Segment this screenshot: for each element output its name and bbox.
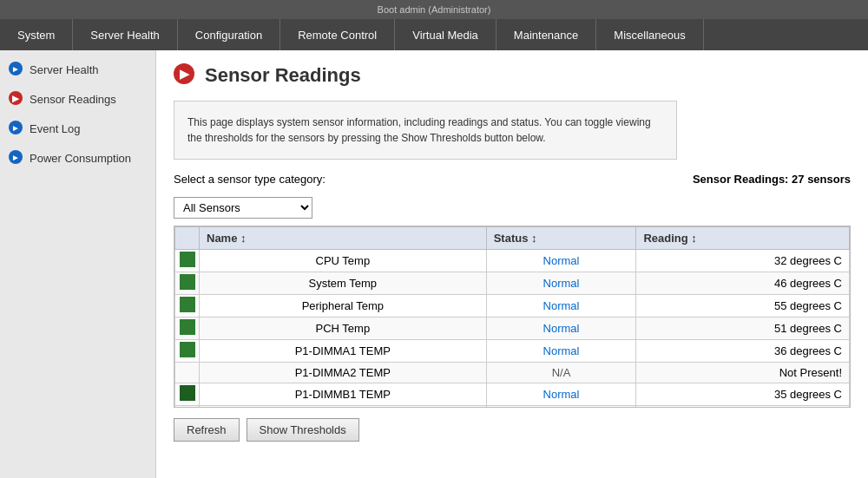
green-indicator — [180, 319, 195, 335]
page-title-icon: ▶ — [174, 63, 198, 88]
sidebar-label-event-log: Event Log — [30, 122, 81, 135]
category-label: Select a sensor type category: — [174, 173, 326, 186]
refresh-button[interactable]: Refresh — [174, 418, 240, 442]
sensor-reading: Not Present! — [636, 406, 850, 409]
sensor-table-wrapper: Name ↕ Status ↕ Reading ↕ CPU TempNormal… — [174, 226, 851, 408]
main-layout: ► Server Health ▶ Sensor Readings ► Even… — [0, 50, 868, 478]
sensor-reading: 55 degrees C — [636, 295, 850, 318]
table-row: P1-DIMMA2 TEMPN/ANot Present! — [175, 363, 850, 383]
indicator-cell — [175, 250, 200, 272]
category-row: Select a sensor type category: Sensor Re… — [174, 173, 851, 186]
col-indicator — [175, 227, 200, 250]
content-area: ▶ Sensor Readings This page displays sys… — [156, 50, 868, 478]
sensor-status: Normal — [486, 383, 636, 406]
green-indicator — [180, 342, 195, 357]
sensor-name: System Temp — [200, 272, 487, 295]
sensor-name: P1-DIMMB2 TEMP — [200, 406, 487, 409]
sensor-reading: 35 degrees C — [636, 383, 850, 406]
event-log-icon: ► — [9, 121, 24, 136]
sidebar-item-server-health[interactable]: ► Server Health — [0, 55, 155, 84]
nav-virtual-media[interactable]: Virtual Media — [395, 19, 496, 50]
green-indicator — [180, 252, 195, 267]
nav-configuration[interactable]: Configuration — [178, 19, 280, 50]
green-indicator — [180, 274, 195, 290]
sidebar-item-power-consumption[interactable]: ► Power Consumption — [0, 143, 155, 173]
sidebar-item-event-log[interactable]: ► Event Log — [0, 114, 155, 143]
sensor-reading: 36 degrees C — [636, 340, 850, 363]
table-row: CPU TempNormal32 degrees C — [175, 250, 850, 272]
nav-miscellaneous[interactable]: Miscellaneous — [596, 19, 703, 50]
sensor-reading: 51 degrees C — [636, 318, 850, 340]
sensor-reading: Not Present! — [636, 363, 850, 383]
indicator-cell — [175, 406, 200, 409]
indicator-cell — [175, 272, 200, 295]
green-indicator — [180, 297, 195, 312]
sidebar-label-power-consumption: Power Consumption — [30, 152, 131, 165]
page-title: Sensor Readings — [205, 64, 361, 87]
sensor-status: Normal — [486, 340, 636, 363]
sidebar-label-sensor-readings: Sensor Readings — [30, 93, 116, 106]
sensor-name: P1-DIMMA2 TEMP — [200, 363, 487, 383]
nav-maintenance[interactable]: Maintenance — [496, 19, 596, 50]
indicator-cell — [175, 383, 200, 406]
sidebar-item-sensor-readings[interactable]: ▶ Sensor Readings — [0, 84, 155, 114]
sensor-readings-icon: ▶ — [9, 91, 24, 107]
sidebar-label-server-health: Server Health — [30, 63, 98, 76]
sensor-table: Name ↕ Status ↕ Reading ↕ CPU TempNormal… — [174, 226, 850, 408]
table-row: Peripheral TempNormal55 degrees C — [175, 295, 850, 318]
nav-bar: System Server Health Configuration Remot… — [0, 19, 868, 50]
sensor-status: N/A — [486, 363, 636, 383]
sensor-count: Sensor Readings: 27 sensors — [693, 173, 851, 186]
table-row: PCH TempNormal51 degrees C — [175, 318, 850, 340]
info-box: This page displays system sensor informa… — [174, 101, 677, 160]
info-text: This page displays system sensor informa… — [187, 116, 651, 144]
sensor-name: CPU Temp — [200, 250, 487, 272]
sensor-status: Normal — [486, 295, 636, 318]
col-status: Status ↕ — [486, 227, 636, 250]
sensor-name: P1-DIMMA1 TEMP — [200, 340, 487, 363]
col-reading: Reading ↕ — [636, 227, 850, 250]
nav-server-health[interactable]: Server Health — [73, 19, 177, 50]
nav-system[interactable]: System — [0, 19, 73, 50]
sidebar: ► Server Health ▶ Sensor Readings ► Even… — [0, 50, 156, 478]
col-name: Name ↕ — [200, 227, 487, 250]
sensor-name: P1-DIMMB1 TEMP — [200, 383, 487, 406]
sensor-reading: 46 degrees C — [636, 272, 850, 295]
sensor-status: Normal — [486, 250, 636, 272]
table-row: System TempNormal46 degrees C — [175, 272, 850, 295]
page-title-row: ▶ Sensor Readings — [174, 63, 851, 88]
server-health-icon: ► — [9, 62, 24, 77]
top-bar-text: Boot admin (Administrator) — [378, 4, 491, 15]
sensor-reading: 32 degrees C — [636, 250, 850, 272]
table-row: P1-DIMMB2 TEMPN/ANot Present! — [175, 406, 850, 409]
table-row: P1-DIMMA1 TEMPNormal36 degrees C — [175, 340, 850, 363]
nav-remote-control[interactable]: Remote Control — [280, 19, 395, 50]
sensor-type-select[interactable]: All Sensors — [174, 197, 312, 219]
green-indicator — [180, 385, 195, 401]
power-consumption-icon: ► — [9, 150, 24, 166]
sensor-name: PCH Temp — [200, 318, 487, 340]
sensor-status: Normal — [486, 272, 636, 295]
table-row: P1-DIMMB1 TEMPNormal35 degrees C — [175, 383, 850, 406]
button-row: Refresh Show Thresholds — [174, 418, 851, 442]
indicator-cell — [175, 295, 200, 318]
top-bar: Boot admin (Administrator) — [0, 0, 868, 19]
sensor-status: N/A — [486, 406, 636, 409]
sensor-status: Normal — [486, 318, 636, 340]
indicator-cell — [175, 340, 200, 363]
show-thresholds-button[interactable]: Show Thresholds — [247, 418, 359, 442]
indicator-cell — [175, 363, 200, 383]
sensor-name: Peripheral Temp — [200, 295, 487, 318]
indicator-cell — [175, 318, 200, 340]
